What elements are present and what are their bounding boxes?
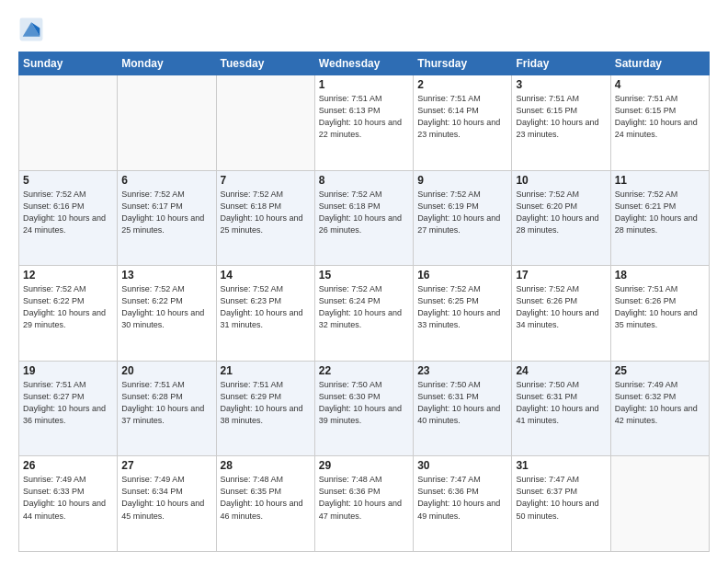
day-number: 30 <box>417 459 507 472</box>
day-info: Sunrise: 7:52 AMSunset: 6:16 PMDaylight:… <box>23 189 113 236</box>
calendar-cell <box>118 75 216 171</box>
page: SundayMondayTuesdayWednesdayThursdayFrid… <box>0 0 728 563</box>
col-header-thursday: Thursday <box>414 52 512 75</box>
calendar-cell: 3Sunrise: 7:51 AMSunset: 6:15 PMDaylight… <box>512 75 610 171</box>
day-info: Sunrise: 7:52 AMSunset: 6:18 PMDaylight:… <box>221 189 311 236</box>
calendar-cell: 14Sunrise: 7:52 AMSunset: 6:23 PMDayligh… <box>216 266 314 362</box>
calendar-table: SundayMondayTuesdayWednesdayThursdayFrid… <box>18 52 710 552</box>
calendar-cell: 27Sunrise: 7:49 AMSunset: 6:34 PMDayligh… <box>118 456 216 552</box>
day-info: Sunrise: 7:51 AMSunset: 6:29 PMDaylight:… <box>221 379 311 427</box>
day-number: 8 <box>319 174 409 187</box>
day-number: 10 <box>516 174 606 187</box>
day-number: 13 <box>121 269 211 282</box>
day-info: Sunrise: 7:51 AMSunset: 6:13 PMDaylight:… <box>319 93 409 141</box>
day-number: 29 <box>319 459 409 472</box>
day-number: 25 <box>615 364 705 377</box>
day-info: Sunrise: 7:47 AMSunset: 6:37 PMDaylight:… <box>516 474 606 522</box>
day-info: Sunrise: 7:52 AMSunset: 6:18 PMDaylight:… <box>319 189 409 236</box>
day-number: 18 <box>615 269 705 282</box>
day-number: 4 <box>615 78 705 91</box>
day-number: 21 <box>221 364 311 377</box>
calendar-cell: 15Sunrise: 7:52 AMSunset: 6:24 PMDayligh… <box>314 266 413 362</box>
calendar-week-row: 12Sunrise: 7:52 AMSunset: 6:22 PMDayligh… <box>19 266 710 362</box>
calendar-cell: 25Sunrise: 7:49 AMSunset: 6:32 PMDayligh… <box>610 361 709 456</box>
day-info: Sunrise: 7:52 AMSunset: 6:17 PMDaylight:… <box>121 189 211 236</box>
calendar-cell: 30Sunrise: 7:47 AMSunset: 6:36 PMDayligh… <box>414 456 512 552</box>
day-info: Sunrise: 7:51 AMSunset: 6:15 PMDaylight:… <box>516 93 606 141</box>
day-number: 12 <box>23 269 113 282</box>
day-info: Sunrise: 7:52 AMSunset: 6:22 PMDaylight:… <box>23 283 113 331</box>
day-info: Sunrise: 7:52 AMSunset: 6:25 PMDaylight:… <box>417 283 507 331</box>
day-info: Sunrise: 7:49 AMSunset: 6:32 PMDaylight:… <box>615 379 705 427</box>
calendar-cell <box>216 75 314 171</box>
calendar-cell: 13Sunrise: 7:52 AMSunset: 6:22 PMDayligh… <box>118 266 216 362</box>
calendar-cell: 9Sunrise: 7:52 AMSunset: 6:19 PMDaylight… <box>414 170 512 266</box>
day-number: 16 <box>417 269 507 282</box>
col-header-tuesday: Tuesday <box>216 52 314 75</box>
calendar-cell: 20Sunrise: 7:51 AMSunset: 6:28 PMDayligh… <box>118 361 216 456</box>
calendar-cell: 22Sunrise: 7:50 AMSunset: 6:30 PMDayligh… <box>314 361 413 456</box>
day-number: 14 <box>221 269 311 282</box>
calendar-cell: 6Sunrise: 7:52 AMSunset: 6:17 PMDaylight… <box>118 170 216 266</box>
day-number: 28 <box>221 459 311 472</box>
day-info: Sunrise: 7:52 AMSunset: 6:22 PMDaylight:… <box>121 283 211 331</box>
calendar-cell: 2Sunrise: 7:51 AMSunset: 6:14 PMDaylight… <box>414 75 512 171</box>
day-info: Sunrise: 7:49 AMSunset: 6:33 PMDaylight:… <box>23 474 113 522</box>
day-number: 26 <box>23 459 113 472</box>
day-info: Sunrise: 7:52 AMSunset: 6:21 PMDaylight:… <box>615 189 705 236</box>
day-number: 19 <box>23 364 113 377</box>
logo-icon <box>18 17 44 42</box>
col-header-friday: Friday <box>512 52 610 75</box>
calendar-week-row: 5Sunrise: 7:52 AMSunset: 6:16 PMDaylight… <box>19 170 710 266</box>
day-number: 27 <box>121 459 211 472</box>
day-number: 20 <box>121 364 211 377</box>
calendar-cell: 10Sunrise: 7:52 AMSunset: 6:20 PMDayligh… <box>512 170 610 266</box>
calendar-cell: 31Sunrise: 7:47 AMSunset: 6:37 PMDayligh… <box>512 456 610 552</box>
day-info: Sunrise: 7:47 AMSunset: 6:36 PMDaylight:… <box>417 474 507 522</box>
day-number: 5 <box>23 174 113 187</box>
day-info: Sunrise: 7:52 AMSunset: 6:20 PMDaylight:… <box>516 189 606 236</box>
calendar-cell: 8Sunrise: 7:52 AMSunset: 6:18 PMDaylight… <box>314 170 413 266</box>
calendar-week-row: 1Sunrise: 7:51 AMSunset: 6:13 PMDaylight… <box>19 75 710 171</box>
calendar-cell: 4Sunrise: 7:51 AMSunset: 6:15 PMDaylight… <box>610 75 709 171</box>
day-info: Sunrise: 7:52 AMSunset: 6:26 PMDaylight:… <box>516 283 606 331</box>
day-number: 17 <box>516 269 606 282</box>
day-number: 6 <box>121 174 211 187</box>
day-number: 31 <box>516 459 606 472</box>
day-number: 23 <box>417 364 507 377</box>
col-header-saturday: Saturday <box>610 52 709 75</box>
day-info: Sunrise: 7:52 AMSunset: 6:24 PMDaylight:… <box>319 283 409 331</box>
day-info: Sunrise: 7:52 AMSunset: 6:23 PMDaylight:… <box>221 283 311 331</box>
day-number: 15 <box>319 269 409 282</box>
calendar-week-row: 26Sunrise: 7:49 AMSunset: 6:33 PMDayligh… <box>19 456 710 552</box>
calendar-cell: 24Sunrise: 7:50 AMSunset: 6:31 PMDayligh… <box>512 361 610 456</box>
calendar-cell: 21Sunrise: 7:51 AMSunset: 6:29 PMDayligh… <box>216 361 314 456</box>
day-info: Sunrise: 7:50 AMSunset: 6:30 PMDaylight:… <box>319 379 409 427</box>
day-number: 7 <box>221 174 311 187</box>
day-info: Sunrise: 7:51 AMSunset: 6:27 PMDaylight:… <box>23 379 113 427</box>
calendar-cell: 28Sunrise: 7:48 AMSunset: 6:35 PMDayligh… <box>216 456 314 552</box>
day-info: Sunrise: 7:50 AMSunset: 6:31 PMDaylight:… <box>516 379 606 427</box>
day-info: Sunrise: 7:48 AMSunset: 6:35 PMDaylight:… <box>221 474 311 522</box>
day-number: 9 <box>417 174 507 187</box>
calendar-cell: 16Sunrise: 7:52 AMSunset: 6:25 PMDayligh… <box>414 266 512 362</box>
header <box>18 17 710 42</box>
calendar-cell: 7Sunrise: 7:52 AMSunset: 6:18 PMDaylight… <box>216 170 314 266</box>
calendar-cell: 5Sunrise: 7:52 AMSunset: 6:16 PMDaylight… <box>19 170 118 266</box>
calendar-cell: 12Sunrise: 7:52 AMSunset: 6:22 PMDayligh… <box>19 266 118 362</box>
logo <box>18 17 48 42</box>
col-header-monday: Monday <box>118 52 216 75</box>
day-info: Sunrise: 7:51 AMSunset: 6:28 PMDaylight:… <box>121 379 211 427</box>
day-info: Sunrise: 7:50 AMSunset: 6:31 PMDaylight:… <box>417 379 507 427</box>
day-number: 24 <box>516 364 606 377</box>
day-info: Sunrise: 7:49 AMSunset: 6:34 PMDaylight:… <box>121 474 211 522</box>
day-number: 11 <box>615 174 705 187</box>
day-number: 2 <box>417 78 507 91</box>
calendar-cell: 26Sunrise: 7:49 AMSunset: 6:33 PMDayligh… <box>19 456 118 552</box>
calendar-week-row: 19Sunrise: 7:51 AMSunset: 6:27 PMDayligh… <box>19 361 710 456</box>
calendar-cell: 19Sunrise: 7:51 AMSunset: 6:27 PMDayligh… <box>19 361 118 456</box>
calendar-cell: 17Sunrise: 7:52 AMSunset: 6:26 PMDayligh… <box>512 266 610 362</box>
calendar-cell: 29Sunrise: 7:48 AMSunset: 6:36 PMDayligh… <box>314 456 413 552</box>
day-info: Sunrise: 7:51 AMSunset: 6:14 PMDaylight:… <box>417 93 507 141</box>
calendar-header-row: SundayMondayTuesdayWednesdayThursdayFrid… <box>19 52 710 75</box>
